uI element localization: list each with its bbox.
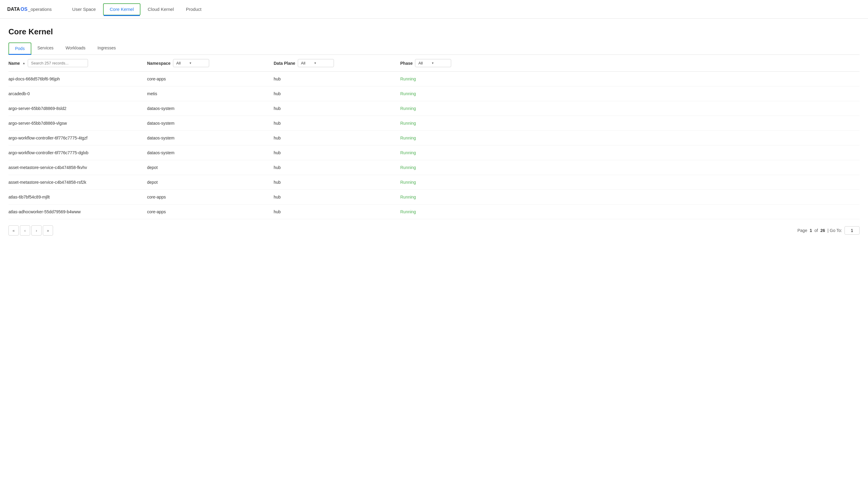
tab-services[interactable]: Services — [31, 42, 60, 55]
cell-dataplane: hub — [274, 91, 400, 96]
cell-phase: Running — [400, 195, 860, 199]
page-info: Page 1 of 26 | Go To: — [798, 226, 860, 235]
cell-name: api-docs-668d576bf6-96jph — [8, 76, 147, 82]
tab-workloads[interactable]: Workloads — [60, 42, 92, 55]
main-nav: User Space Core Kernel Cloud Kernel Prod… — [66, 0, 208, 19]
cell-dataplane: hub — [274, 150, 400, 155]
cell-namespace: dataos-system — [147, 121, 274, 126]
cell-name: argo-workflow-controller-6f776c7775-dglx… — [8, 150, 147, 155]
table-row[interactable]: arcadedb-0 metis hub Running — [8, 87, 860, 101]
nav-item-cloud-kernel[interactable]: Cloud Kernel — [142, 0, 180, 19]
cell-namespace: core-apps — [147, 76, 274, 82]
cell-namespace: depot — [147, 180, 274, 185]
search-input[interactable] — [28, 59, 88, 67]
sort-icon[interactable]: ▲ — [22, 61, 25, 65]
cell-phase: Running — [400, 150, 860, 155]
cell-dataplane: hub — [274, 195, 400, 199]
cell-namespace: dataos-system — [147, 150, 274, 155]
logo-data: DATA — [7, 7, 20, 12]
tab-pods[interactable]: Pods — [8, 42, 31, 55]
cell-phase: Running — [400, 209, 860, 214]
cell-name: argo-server-65bb7d8869-vlgsw — [8, 121, 147, 126]
cell-name: argo-workflow-controller-6f776c7775-4tgz… — [8, 135, 147, 140]
col-namespace-label: Namespace — [147, 61, 170, 66]
phase-filter[interactable]: All ▾ — [415, 59, 451, 67]
tab-ingresses[interactable]: Ingresses — [92, 42, 122, 55]
cell-name: atlas-adhocworker-55dd79569-b4www — [8, 209, 147, 214]
dataplane-filter[interactable]: All ▾ — [298, 59, 334, 67]
cell-dataplane: hub — [274, 135, 400, 140]
current-page: 1 — [809, 228, 812, 233]
table-row[interactable]: argo-workflow-controller-6f776c7775-4tgz… — [8, 131, 860, 145]
col-namespace-header: Namespace All ▾ — [147, 59, 274, 67]
cell-name: asset-metastore-service-c4b474858-fkvhv — [8, 165, 147, 170]
table-container: Name ▲ Namespace All ▾ Data Plane All ▾ … — [8, 55, 860, 219]
cell-namespace: depot — [147, 165, 274, 170]
pagination-buttons: « ‹ › » — [8, 225, 53, 235]
logo-os: OS — [21, 7, 27, 12]
col-name-header: Name ▲ — [8, 59, 147, 67]
table-row[interactable]: argo-workflow-controller-6f776c7775-dglx… — [8, 145, 860, 160]
cell-name: atlas-6b7bf54c89-mjllt — [8, 195, 147, 199]
cell-dataplane: hub — [274, 165, 400, 170]
table-row[interactable]: argo-server-65bb7d8869-8sld2 dataos-syst… — [8, 101, 860, 116]
cell-phase: Running — [400, 106, 860, 111]
table-row[interactable]: api-docs-668d576bf6-96jph core-apps hub … — [8, 72, 860, 87]
cell-dataplane: hub — [274, 121, 400, 126]
page-title: Core Kernel — [8, 27, 860, 36]
table-body: api-docs-668d576bf6-96jph core-apps hub … — [8, 72, 860, 219]
tabs: Pods Services Workloads Ingresses — [8, 42, 860, 55]
page-content: Core Kernel Pods Services Workloads Ingr… — [0, 19, 868, 241]
last-page-button[interactable]: » — [43, 225, 53, 235]
phase-dropdown-arrow: ▾ — [432, 61, 434, 65]
dataplane-filter-value: All — [301, 61, 305, 65]
goto-input[interactable] — [844, 226, 860, 235]
total-pages: 26 — [820, 228, 825, 233]
cell-dataplane: hub — [274, 76, 400, 82]
dataplane-dropdown-arrow: ▾ — [314, 61, 316, 65]
cell-dataplane: hub — [274, 209, 400, 214]
page-label: Page — [798, 228, 807, 233]
col-phase-label: Phase — [400, 61, 412, 66]
col-dataplane-header: Data Plane All ▾ — [274, 59, 400, 67]
table-row[interactable]: atlas-adhocworker-55dd79569-b4www core-a… — [8, 204, 860, 219]
logo-ops: _operations — [28, 7, 52, 12]
namespace-filter[interactable]: All ▾ — [173, 59, 209, 67]
cell-namespace: core-apps — [147, 195, 274, 199]
col-name-label: Name — [8, 61, 20, 66]
cell-namespace: core-apps — [147, 209, 274, 214]
cell-namespace: dataos-system — [147, 135, 274, 140]
of-label: of — [814, 228, 818, 233]
nav-item-product[interactable]: Product — [180, 0, 208, 19]
nav-item-user-space[interactable]: User Space — [66, 0, 102, 19]
first-page-button[interactable]: « — [8, 225, 19, 235]
pagination: « ‹ › » Page 1 of 26 | Go To: — [8, 219, 860, 241]
table-row[interactable]: atlas-6b7bf54c89-mjllt core-apps hub Run… — [8, 190, 860, 204]
col-phase-header: Phase All ▾ — [400, 59, 860, 67]
namespace-dropdown-arrow: ▾ — [190, 61, 191, 65]
table-header: Name ▲ Namespace All ▾ Data Plane All ▾ … — [8, 55, 860, 72]
goto-label: | Go To: — [827, 228, 842, 233]
cell-dataplane: hub — [274, 180, 400, 185]
table-row[interactable]: asset-metastore-service-c4b474858-fkvhv … — [8, 160, 860, 175]
cell-phase: Running — [400, 165, 860, 170]
cell-name: arcadedb-0 — [8, 91, 147, 96]
prev-page-button[interactable]: ‹ — [20, 225, 30, 235]
cell-phase: Running — [400, 91, 860, 96]
phase-filter-value: All — [418, 61, 423, 65]
cell-namespace: metis — [147, 91, 274, 96]
cell-namespace: dataos-system — [147, 106, 274, 111]
cell-phase: Running — [400, 121, 860, 126]
nav-item-core-kernel[interactable]: Core Kernel — [103, 3, 141, 15]
header: DATAOS_operations User Space Core Kernel… — [0, 0, 868, 19]
cell-dataplane: hub — [274, 106, 400, 111]
cell-name: argo-server-65bb7d8869-8sld2 — [8, 106, 147, 111]
table-row[interactable]: argo-server-65bb7d8869-vlgsw dataos-syst… — [8, 116, 860, 131]
cell-phase: Running — [400, 135, 860, 140]
cell-phase: Running — [400, 76, 860, 82]
table-row[interactable]: asset-metastore-service-c4b474858-rsf2k … — [8, 175, 860, 190]
next-page-button[interactable]: › — [31, 225, 41, 235]
namespace-filter-value: All — [176, 61, 181, 65]
cell-phase: Running — [400, 180, 860, 185]
logo: DATAOS_operations — [7, 7, 52, 12]
